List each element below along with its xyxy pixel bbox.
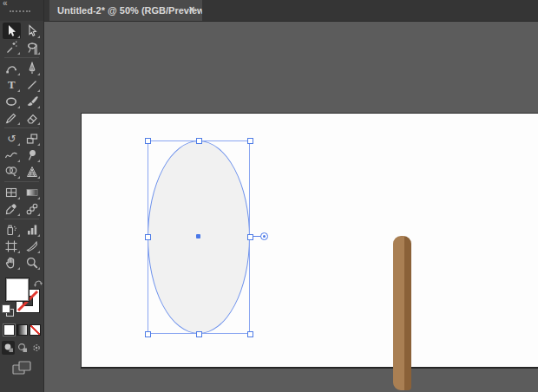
magic-wand-tool[interactable] bbox=[3, 39, 21, 56]
zoom-icon bbox=[25, 256, 39, 270]
mesh-icon bbox=[4, 186, 18, 199]
change-screen-mode-button[interactable] bbox=[12, 361, 31, 379]
selection-center-point[interactable] bbox=[196, 234, 200, 238]
close-icon[interactable]: × bbox=[186, 0, 198, 21]
scale-icon bbox=[25, 132, 39, 146]
rotate-icon: ↺ bbox=[7, 134, 16, 144]
default-fill-stroke-button[interactable] bbox=[2, 304, 14, 317]
puppet-warp-pin-icon bbox=[25, 148, 39, 162]
direct-selection-icon bbox=[25, 24, 39, 38]
blend-icon bbox=[25, 202, 39, 216]
column-graph-tool[interactable] bbox=[23, 221, 42, 238]
shape-builder-tool[interactable] bbox=[3, 163, 21, 180]
screen-mode-icon bbox=[12, 361, 31, 376]
selection-tool[interactable] bbox=[3, 23, 21, 39]
toolbar-separator bbox=[4, 127, 39, 128]
ellipse-icon bbox=[4, 95, 18, 108]
swap-arrows-icon bbox=[34, 278, 43, 288]
shaper-pencil-tool[interactable] bbox=[3, 109, 21, 126]
selection-handle-top-center[interactable] bbox=[196, 138, 202, 144]
direct-selection-tool[interactable] bbox=[23, 23, 42, 39]
pencil-icon bbox=[4, 111, 18, 125]
eyedropper-tool[interactable] bbox=[3, 200, 21, 217]
draw-normal-icon bbox=[3, 343, 14, 353]
symbol-sprayer-icon bbox=[4, 223, 18, 237]
panel-drag-grip[interactable] bbox=[10, 10, 30, 12]
drawing-modes-group bbox=[2, 341, 43, 355]
eraser-icon bbox=[25, 111, 39, 125]
puppet-warp-tool[interactable] bbox=[23, 147, 42, 163]
selection-handle-middle-right[interactable] bbox=[247, 234, 253, 240]
lasso-tool[interactable] bbox=[23, 39, 42, 56]
toolbar-separator bbox=[4, 181, 39, 182]
lasso-icon bbox=[25, 41, 39, 55]
draw-inside-button[interactable] bbox=[30, 341, 43, 355]
rotate-tool[interactable]: ↺ bbox=[3, 130, 21, 147]
width-icon bbox=[4, 148, 18, 162]
artboard-icon bbox=[4, 239, 18, 253]
selection-handle-top-left[interactable] bbox=[145, 138, 151, 144]
perspective-grid-icon bbox=[25, 165, 39, 179]
gradient-icon bbox=[25, 186, 39, 199]
magic-wand-icon bbox=[4, 41, 18, 55]
scale-tool[interactable] bbox=[23, 130, 42, 147]
document-tab-title: Untitled-2* @ 50% (RGB/Preview) bbox=[49, 5, 202, 16]
ellipse-tool[interactable] bbox=[3, 93, 21, 109]
eraser-tool[interactable] bbox=[23, 109, 42, 126]
draw-inside-icon bbox=[31, 343, 42, 353]
shape-builder-icon bbox=[4, 165, 18, 179]
gradient-tool[interactable] bbox=[23, 184, 42, 200]
fill-swatch[interactable] bbox=[5, 278, 30, 302]
line-segment-tool[interactable] bbox=[23, 76, 42, 93]
selection-handle-bottom-left[interactable] bbox=[145, 331, 151, 337]
eyedropper-icon bbox=[4, 202, 18, 216]
default-fill-mini bbox=[2, 304, 10, 313]
draw-normal-button[interactable] bbox=[2, 341, 15, 355]
illustrator-window: { "tab_bar": { "active_tab": { "title": … bbox=[0, 0, 538, 392]
curvature-tool[interactable] bbox=[3, 60, 21, 76]
hand-tool[interactable] bbox=[3, 254, 21, 271]
line-segment-icon bbox=[25, 78, 39, 92]
apply-none-button[interactable] bbox=[30, 324, 41, 336]
paintbrush-tool[interactable] bbox=[23, 93, 42, 109]
pen-icon bbox=[25, 62, 39, 75]
apply-color-group bbox=[0, 324, 43, 337]
collapse-panel-icon[interactable]: « bbox=[3, 0, 8, 8]
selection-handle-bottom-center[interactable] bbox=[196, 331, 202, 337]
tools-panel: « bbox=[0, 0, 44, 392]
type-tool[interactable]: T bbox=[3, 76, 21, 93]
perspective-grid-tool[interactable] bbox=[23, 163, 42, 180]
width-tool[interactable] bbox=[3, 147, 21, 163]
selection-icon bbox=[4, 24, 18, 38]
selection-handle-top-right[interactable] bbox=[247, 138, 253, 144]
zoom-tool[interactable] bbox=[23, 254, 42, 271]
tools-grid: T bbox=[0, 23, 43, 271]
pen-tool[interactable] bbox=[23, 60, 42, 76]
swap-fill-stroke-button[interactable] bbox=[34, 276, 43, 291]
slice-icon bbox=[25, 239, 39, 253]
document-tab[interactable]: Untitled-2* @ 50% (RGB/Preview) × bbox=[49, 0, 202, 21]
toolbar-separator bbox=[4, 57, 39, 58]
hand-icon bbox=[4, 256, 18, 270]
slice-tool[interactable] bbox=[23, 238, 42, 254]
stick-object[interactable] bbox=[393, 236, 411, 390]
toolbar-separator bbox=[4, 219, 39, 219]
selection-handle-middle-left[interactable] bbox=[145, 234, 151, 240]
blend-tool[interactable] bbox=[23, 200, 42, 217]
selection-handle-bottom-right[interactable] bbox=[247, 331, 253, 337]
column-graph-icon bbox=[25, 223, 39, 237]
symbol-sprayer-tool[interactable] bbox=[3, 221, 21, 238]
draw-behind-button[interactable] bbox=[16, 341, 29, 355]
paintbrush-icon bbox=[25, 95, 39, 108]
apply-color-button[interactable] bbox=[3, 324, 15, 336]
curvature-icon bbox=[4, 62, 18, 75]
tools-panel-header: « bbox=[0, 0, 43, 21]
document-tab-bar: Untitled-2* @ 50% (RGB/Preview) × bbox=[43, 0, 538, 22]
draw-behind-icon bbox=[17, 343, 28, 353]
apply-gradient-button[interactable] bbox=[16, 324, 28, 336]
mesh-tool[interactable] bbox=[3, 184, 21, 200]
live-shape-widget[interactable] bbox=[260, 232, 268, 240]
type-icon: T bbox=[8, 80, 16, 90]
artboard-tool[interactable] bbox=[3, 238, 21, 254]
